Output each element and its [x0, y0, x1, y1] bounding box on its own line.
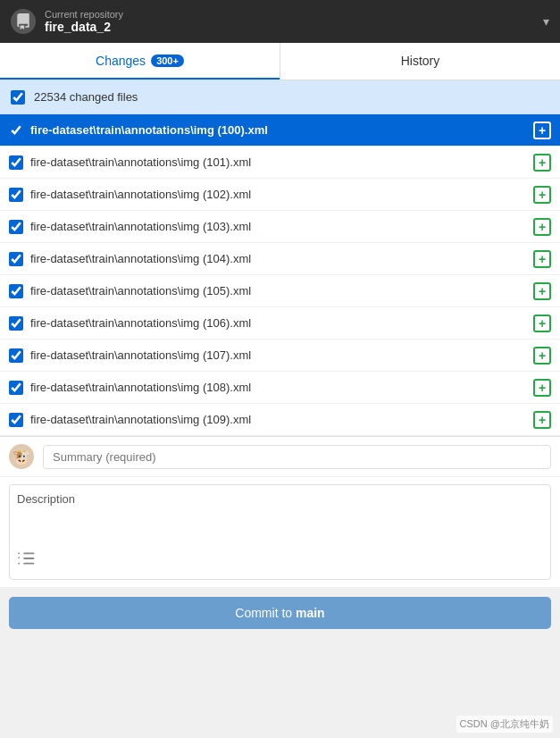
file-item[interactable]: fire-dataset\train\annotations\img (103)…: [0, 211, 560, 243]
file-add-icon: +: [533, 186, 551, 204]
file-checkbox[interactable]: [9, 252, 23, 266]
file-name: fire-dataset\train\annotations\img (106)…: [30, 316, 526, 330]
changed-files-bar: 22534 changed files: [0, 80, 560, 114]
file-checkbox[interactable]: [9, 316, 23, 331]
file-add-icon: +: [533, 379, 551, 397]
co-author-icon: [17, 549, 35, 572]
description-box[interactable]: Description: [9, 484, 551, 580]
file-add-icon: +: [533, 314, 551, 332]
file-item[interactable]: fire-dataset\train\annotations\img (106)…: [0, 307, 560, 340]
file-name: fire-dataset\train\annotations\img (104)…: [30, 252, 526, 265]
file-name: fire-dataset\train\annotations\img (103)…: [30, 220, 526, 233]
file-item[interactable]: fire-dataset\train\annotations\img (107)…: [0, 340, 560, 372]
file-add-icon: +: [533, 347, 551, 365]
file-add-icon: +: [533, 411, 551, 429]
tab-changes-badge: 300+: [151, 55, 184, 67]
file-add-icon: +: [533, 122, 551, 139]
header-text: Current repository fire_data_2: [45, 9, 123, 34]
file-add-icon: +: [533, 282, 551, 300]
file-name: fire-dataset\train\annotations\img (101)…: [30, 155, 526, 169]
repo-icon: [11, 9, 36, 34]
tabs: Changes 300+ History: [0, 43, 560, 80]
tab-history-label: History: [401, 54, 440, 68]
repo-name: fire_data_2: [45, 20, 123, 34]
commit-button[interactable]: Commit to main: [9, 597, 551, 629]
file-checkbox[interactable]: [9, 413, 23, 427]
file-item[interactable]: fire-dataset\train\annotations\img (104)…: [0, 243, 560, 275]
header-left: Current repository fire_data_2: [11, 9, 123, 34]
header: Current repository fire_data_2 ▾: [0, 0, 560, 43]
file-item[interactable]: fire-dataset\train\annotations\img (100)…: [0, 114, 560, 147]
file-item[interactable]: fire-dataset\train\annotations\img (101)…: [0, 147, 560, 179]
file-list-container[interactable]: fire-dataset\train\annotations\img (100)…: [0, 114, 560, 436]
file-checkbox[interactable]: [9, 381, 23, 395]
file-name: fire-dataset\train\annotations\img (102)…: [30, 188, 526, 201]
file-checkbox[interactable]: [9, 348, 23, 363]
file-add-icon: +: [533, 154, 551, 172]
file-list: fire-dataset\train\annotations\img (100)…: [0, 114, 560, 436]
watermark: CSDN @北京纯牛奶: [456, 716, 553, 733]
file-name: fire-dataset\train\annotations\img (109)…: [30, 413, 526, 426]
file-name: fire-dataset\train\annotations\img (107)…: [30, 348, 526, 362]
file-item[interactable]: fire-dataset\train\annotations\img (109)…: [0, 404, 560, 436]
summary-input[interactable]: [43, 445, 551, 469]
file-checkbox[interactable]: [9, 188, 23, 202]
tab-history[interactable]: History: [280, 43, 560, 80]
file-checkbox[interactable]: [9, 155, 23, 170]
file-add-icon: +: [533, 250, 551, 268]
description-content: [17, 509, 543, 572]
file-item[interactable]: fire-dataset\train\annotations\img (102)…: [0, 179, 560, 211]
file-name: fire-dataset\train\annotations\img (105)…: [30, 284, 526, 298]
file-checkbox[interactable]: [9, 220, 23, 234]
summary-row: 🐮: [0, 437, 560, 477]
file-item[interactable]: fire-dataset\train\annotations\img (105)…: [0, 275, 560, 307]
repo-dropdown-chevron[interactable]: ▾: [543, 14, 549, 29]
file-item[interactable]: fire-dataset\train\annotations\img (108)…: [0, 372, 560, 404]
select-all-checkbox[interactable]: [11, 90, 25, 105]
current-repo-label: Current repository: [45, 9, 123, 20]
commit-button-row: Commit to main: [0, 588, 560, 638]
file-add-icon: +: [533, 218, 551, 236]
file-name: fire-dataset\train\annotations\img (108)…: [30, 381, 526, 394]
file-checkbox[interactable]: [9, 284, 23, 298]
tab-changes-label: Changes: [96, 54, 146, 68]
description-label: Description: [17, 492, 543, 506]
tab-changes[interactable]: Changes 300+: [0, 43, 280, 80]
description-area: Description: [0, 477, 560, 588]
main-content: Changes 300+ History 22534 changed files…: [0, 43, 560, 738]
file-name: fire-dataset\train\annotations\img (100)…: [30, 123, 526, 137]
bottom-section: 🐮 Description Commit to main: [0, 436, 560, 638]
changed-files-count: 22534 changed files: [34, 90, 138, 104]
file-checkbox[interactable]: [9, 123, 23, 138]
avatar: 🐮: [9, 444, 34, 469]
